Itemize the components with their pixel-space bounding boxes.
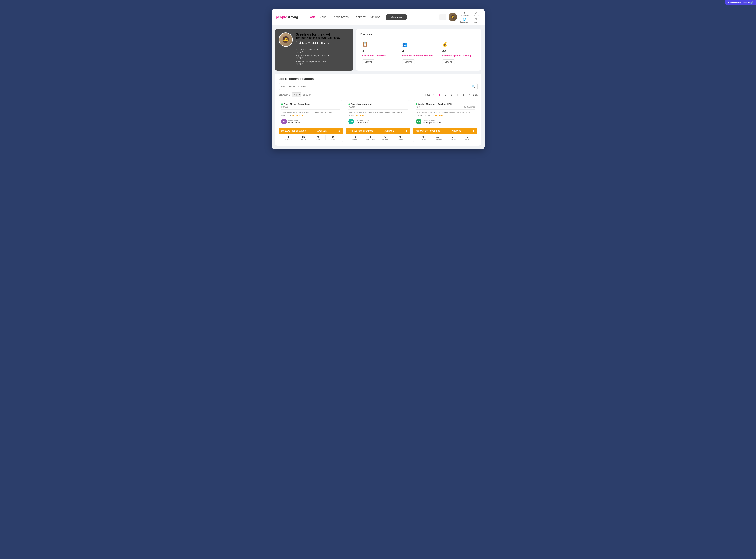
stat-joined-1: 0 Joined bbox=[393, 135, 407, 140]
stat-joined-0: 0 Joined bbox=[326, 135, 340, 140]
search-icon: 🔍 bbox=[472, 85, 475, 88]
download-icon: ⬇ bbox=[463, 11, 465, 15]
page-2-button[interactable]: 2 bbox=[443, 92, 448, 97]
hiring-manager-1: DP Hiring Manager Deepa Patel bbox=[349, 119, 407, 124]
showing-left: SHOWING 45 25 10 of 7294 bbox=[279, 92, 311, 97]
messages-icon[interactable]: ⋯ bbox=[439, 14, 446, 20]
stat-offered-2: 0 Offered bbox=[445, 135, 460, 140]
download-icon[interactable]: ⬇ bbox=[338, 130, 340, 132]
pagination-bar: SHOWING 45 25 10 of 7294 First ‹ 1 2 3 4… bbox=[279, 92, 477, 97]
job-card-body-2: Senior Manager - Product HCM PS7657 01 S… bbox=[413, 100, 477, 128]
job-card-0: Gig - Airport Operations PS7655 Service … bbox=[279, 100, 343, 142]
hm-avatar-2: PS bbox=[416, 119, 421, 124]
process-interview: 👥 3 Interview Feedback Pending View all bbox=[400, 39, 438, 67]
process-card: Process 📋 1 Shortlisted Candidate View a… bbox=[356, 29, 481, 71]
prev-page-button[interactable]: ‹ bbox=[431, 92, 436, 97]
stat-offered-0: 0 Offered bbox=[311, 135, 326, 140]
candidates-title: 16 New Candidates Received bbox=[296, 40, 350, 45]
download-icon[interactable]: ⬇ bbox=[472, 130, 475, 132]
job-card-footer-2: 000 DAYS / 004 OPENINGS AVERAGE ⬇ bbox=[413, 128, 477, 134]
interview-label: Interview Feedback Pending bbox=[402, 54, 435, 58]
navbar: peoplestrong✦ HOME JOBS ▼ CANDIDATES ▼ R… bbox=[271, 9, 485, 25]
nav-vendor[interactable]: VENDOR ▼ bbox=[369, 15, 385, 20]
language-button[interactable]: 🌐 Language bbox=[460, 17, 469, 23]
job-cards-grid: Gig - Airport Operations PS7655 Service … bbox=[279, 100, 477, 142]
page-1-button[interactable]: 1 bbox=[437, 92, 442, 97]
search-input[interactable] bbox=[281, 85, 470, 88]
recruiters-button[interactable]: ⊕ Recruiters bbox=[471, 11, 480, 17]
hm-info-1: Hiring Manager Deepa Patel bbox=[356, 119, 369, 124]
chevron-down-icon: ▼ bbox=[349, 16, 351, 18]
shortlisted-count: 1 bbox=[362, 49, 395, 53]
status-dot bbox=[281, 103, 283, 105]
job-code-0: PS7655 bbox=[281, 106, 340, 108]
job-stats-2: 4 Opening 10 In Process 0 Offered 0 bbox=[413, 134, 477, 142]
download-icon[interactable]: ⬇ bbox=[405, 130, 407, 132]
job-code-1: PS7656 bbox=[349, 106, 407, 108]
interview-icon: 👥 bbox=[402, 42, 435, 47]
view-all-fitment-button[interactable]: View all bbox=[442, 60, 455, 64]
hm-avatar-1: DP bbox=[349, 119, 354, 124]
fitment-count: 82 bbox=[442, 49, 475, 53]
chevron-down-icon: ▼ bbox=[327, 16, 329, 18]
job-card-footer-0: 000 DAYS / 001 OPENINGS AVERAGE ⬇ bbox=[279, 128, 343, 134]
job-title-0: Gig - Airport Operations bbox=[281, 103, 340, 106]
page-3-button[interactable]: 3 bbox=[449, 92, 454, 97]
job-stats-0: 1 Opening 15 In Process 0 Offered 0 bbox=[279, 134, 343, 142]
hiring-manager-2: PS Hiring Manager Pankaj Srivastava bbox=[416, 119, 475, 124]
avatar[interactable]: 🧔 bbox=[449, 13, 457, 21]
more-button[interactable]: ⊕ More bbox=[471, 17, 480, 23]
page-5-button[interactable]: 5 bbox=[461, 92, 466, 97]
stat-opening-1: 5 Opening bbox=[349, 135, 363, 140]
nav-report[interactable]: REPORT bbox=[354, 15, 368, 20]
stat-offered-1: 0 Offered bbox=[378, 135, 393, 140]
job-title-2: Senior Manager - Product HCM bbox=[416, 103, 475, 106]
job-rec-title: Job Recommendations bbox=[279, 77, 314, 81]
stat-opening-2: 4 Opening bbox=[416, 135, 430, 140]
job-stats-1: 5 Opening 1 In Process 0 Offered 0 bbox=[346, 134, 410, 142]
create-job-button[interactable]: + Create Job bbox=[386, 15, 406, 20]
nav-jobs[interactable]: JOBS ▼ bbox=[318, 15, 331, 20]
page-4-button[interactable]: 4 bbox=[455, 92, 460, 97]
job-card-body-1: Store Management PS7656 Sales & Marketin… bbox=[346, 100, 410, 128]
downloads-button[interactable]: ⬇ Downloads bbox=[460, 11, 469, 17]
job-recommendations-section: Job Recommendations 🔍 SHOWING 45 25 10 o… bbox=[275, 73, 481, 146]
job-card-body-0: Gig - Airport Operations PS7655 Service … bbox=[279, 100, 343, 128]
process-fitment: 💰 82 Fitment Approval Pending View all bbox=[440, 39, 477, 67]
hm-avatar-0: RK bbox=[281, 119, 287, 124]
status-dot bbox=[416, 103, 417, 105]
greeting-card: 🧔 Greetings for the day! The following t… bbox=[275, 29, 353, 71]
language-icon: 🌐 bbox=[463, 17, 466, 21]
process-title: Process bbox=[360, 32, 477, 36]
process-shortlisted: 📋 1 Shortlisted Candidate View all bbox=[360, 39, 397, 67]
candidate-item: Regional Sales Manager - Pune : 2 PS7654 bbox=[296, 54, 350, 59]
showing-select[interactable]: 45 25 10 bbox=[292, 92, 302, 97]
logo: peoplestrong✦ bbox=[276, 15, 300, 19]
candidates-section: 16 New Candidates Received Area Sales Ma… bbox=[296, 40, 350, 65]
hm-info-2: Hiring Manager Pankaj Srivastava bbox=[423, 119, 441, 124]
job-rec-header: Job Recommendations bbox=[279, 77, 477, 81]
view-all-shortlisted-button[interactable]: View all bbox=[362, 60, 375, 64]
process-grid: 📋 1 Shortlisted Candidate View all 👥 3 I… bbox=[360, 39, 477, 67]
job-meta-1: Sales & Marketing → Sales → Business Dev… bbox=[349, 111, 407, 117]
greeting-text: Greetings for the day! bbox=[296, 32, 350, 37]
view-all-interview-button[interactable]: View all bbox=[402, 60, 415, 64]
job-code-2: PS7657 01 Sep 2023 bbox=[416, 106, 475, 108]
nav-candidates[interactable]: CANDIDATES ▼ bbox=[332, 15, 353, 20]
fitment-label: Fitment Approval Pending bbox=[442, 54, 475, 58]
tasks-text: The following tasks await you today bbox=[296, 37, 350, 40]
shortlisted-label: Shortlisted Candidate bbox=[362, 54, 395, 58]
greeting-content: Greetings for the day! The following tas… bbox=[296, 32, 350, 66]
content-area: 🧔 Greetings for the day! The following t… bbox=[271, 25, 485, 149]
stat-joined-2: 0 Joined bbox=[460, 135, 475, 140]
powered-banner: Powered by GEN-AI 🔗 bbox=[725, 0, 756, 5]
interview-count: 3 bbox=[402, 49, 435, 53]
nav-actions: ⋯ 🧔 ⬇ Downloads ⊕ Recruiters 🌐 Language … bbox=[439, 11, 481, 23]
stat-opening-0: 1 Opening bbox=[281, 135, 296, 140]
more-icon: ⊕ bbox=[475, 17, 477, 21]
nav-home[interactable]: HOME bbox=[307, 15, 317, 20]
next-page-button[interactable]: › bbox=[467, 92, 472, 97]
stat-inprocess-2: 10 In Process bbox=[430, 135, 445, 140]
stat-inprocess-1: 1 In Process bbox=[363, 135, 378, 140]
job-card-footer-1: 000 DAYS / 005 OPENINGS AVERAGE ⬇ bbox=[346, 128, 410, 134]
